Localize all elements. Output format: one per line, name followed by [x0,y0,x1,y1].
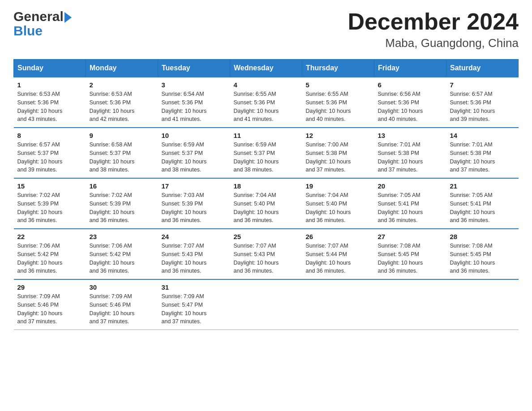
day-number: 19 [306,182,371,190]
column-header-monday: Monday [86,60,158,77]
day-cell: 9Sunrise: 6:58 AMSunset: 5:37 PMDaylight… [86,128,158,178]
day-number: 22 [17,233,82,240]
day-cell: 13Sunrise: 7:01 AMSunset: 5:38 PMDayligh… [374,128,446,178]
day-number: 6 [378,81,443,89]
day-number: 11 [234,132,299,139]
day-cell: 21Sunrise: 7:05 AMSunset: 5:41 PMDayligh… [446,178,519,229]
page-header: General Blue December 2024 Maba, Guangdo… [13,9,519,50]
day-cell: 7Sunrise: 6:57 AMSunset: 5:36 PMDaylight… [446,77,519,128]
day-number: 7 [450,81,515,89]
day-info: Sunrise: 7:09 AMSunset: 5:47 PMDaylight:… [162,292,227,326]
day-info: Sunrise: 6:54 AMSunset: 5:36 PMDaylight:… [162,90,227,124]
day-cell: 10Sunrise: 6:59 AMSunset: 5:37 PMDayligh… [158,128,230,178]
day-number: 17 [162,182,227,190]
day-number: 8 [17,132,82,139]
day-info: Sunrise: 7:04 AMSunset: 5:40 PMDaylight:… [234,191,299,225]
day-number: 9 [90,132,154,139]
logo-arrow-icon [64,12,72,23]
day-cell: 12Sunrise: 7:00 AMSunset: 5:38 PMDayligh… [302,128,374,178]
day-info: Sunrise: 6:58 AMSunset: 5:37 PMDaylight:… [90,141,154,174]
day-info: Sunrise: 7:06 AMSunset: 5:42 PMDaylight:… [90,242,154,275]
day-number: 16 [90,182,154,190]
column-header-friday: Friday [374,60,446,77]
day-number: 3 [162,81,227,89]
day-info: Sunrise: 7:08 AMSunset: 5:45 PMDaylight:… [378,242,443,275]
day-number: 31 [162,283,227,291]
day-info: Sunrise: 7:06 AMSunset: 5:42 PMDaylight:… [17,242,82,275]
day-info: Sunrise: 7:03 AMSunset: 5:39 PMDaylight:… [162,191,227,225]
day-info: Sunrise: 7:07 AMSunset: 5:43 PMDaylight:… [234,242,299,275]
day-cell: 30Sunrise: 7:09 AMSunset: 5:46 PMDayligh… [86,279,158,330]
day-info: Sunrise: 6:55 AMSunset: 5:36 PMDaylight:… [306,90,371,124]
day-info: Sunrise: 6:55 AMSunset: 5:36 PMDaylight:… [234,90,299,124]
day-cell: 19Sunrise: 7:04 AMSunset: 5:40 PMDayligh… [302,178,374,229]
week-row-4: 22Sunrise: 7:06 AMSunset: 5:42 PMDayligh… [14,229,519,279]
title-section: December 2024 Maba, Guangdong, China [348,9,519,50]
day-cell: 23Sunrise: 7:06 AMSunset: 5:42 PMDayligh… [86,229,158,279]
day-info: Sunrise: 7:00 AMSunset: 5:38 PMDaylight:… [306,141,371,174]
day-cell [302,279,374,330]
day-number: 28 [450,233,515,240]
day-info: Sunrise: 6:57 AMSunset: 5:36 PMDaylight:… [450,90,515,124]
location-title: Maba, Guangdong, China [348,36,519,50]
day-number: 26 [306,233,371,240]
day-info: Sunrise: 6:53 AMSunset: 5:36 PMDaylight:… [90,90,154,124]
day-info: Sunrise: 7:08 AMSunset: 5:45 PMDaylight:… [450,242,515,275]
day-info: Sunrise: 7:05 AMSunset: 5:41 PMDaylight:… [378,191,443,225]
day-cell: 16Sunrise: 7:02 AMSunset: 5:39 PMDayligh… [86,178,158,229]
column-header-wednesday: Wednesday [230,60,302,77]
day-info: Sunrise: 7:05 AMSunset: 5:41 PMDaylight:… [450,191,515,225]
day-cell: 17Sunrise: 7:03 AMSunset: 5:39 PMDayligh… [158,178,230,229]
day-info: Sunrise: 7:01 AMSunset: 5:38 PMDaylight:… [450,141,515,174]
day-info: Sunrise: 6:56 AMSunset: 5:36 PMDaylight:… [378,90,443,124]
day-info: Sunrise: 7:09 AMSunset: 5:46 PMDaylight:… [90,292,154,326]
day-cell: 5Sunrise: 6:55 AMSunset: 5:36 PMDaylight… [302,77,374,128]
week-row-2: 8Sunrise: 6:57 AMSunset: 5:37 PMDaylight… [14,128,519,178]
day-number: 15 [17,182,82,190]
day-cell: 20Sunrise: 7:05 AMSunset: 5:41 PMDayligh… [374,178,446,229]
day-info: Sunrise: 6:59 AMSunset: 5:37 PMDaylight:… [234,141,299,174]
day-number: 12 [306,132,371,139]
day-number: 14 [450,132,515,139]
day-cell [374,279,446,330]
day-cell: 6Sunrise: 6:56 AMSunset: 5:36 PMDaylight… [374,77,446,128]
day-info: Sunrise: 6:59 AMSunset: 5:37 PMDaylight:… [162,141,227,174]
day-cell: 25Sunrise: 7:07 AMSunset: 5:43 PMDayligh… [230,229,302,279]
calendar-table: SundayMondayTuesdayWednesdayThursdayFrid… [13,59,519,330]
day-cell: 24Sunrise: 7:07 AMSunset: 5:43 PMDayligh… [158,229,230,279]
day-number: 10 [162,132,227,139]
calendar-header-row: SundayMondayTuesdayWednesdayThursdayFrid… [14,60,519,77]
day-info: Sunrise: 7:02 AMSunset: 5:39 PMDaylight:… [17,191,82,225]
logo-general-text: General [13,9,64,24]
day-cell: 2Sunrise: 6:53 AMSunset: 5:36 PMDaylight… [86,77,158,128]
day-number: 25 [234,233,299,240]
day-number: 30 [90,283,154,291]
column-header-sunday: Sunday [14,60,86,77]
day-cell: 15Sunrise: 7:02 AMSunset: 5:39 PMDayligh… [14,178,86,229]
day-info: Sunrise: 7:09 AMSunset: 5:46 PMDaylight:… [17,292,82,326]
column-header-saturday: Saturday [446,60,519,77]
day-number: 5 [306,81,371,89]
day-cell: 3Sunrise: 6:54 AMSunset: 5:36 PMDaylight… [158,77,230,128]
day-number: 4 [234,81,299,89]
day-number: 21 [450,182,515,190]
day-number: 13 [378,132,443,139]
day-cell: 28Sunrise: 7:08 AMSunset: 5:45 PMDayligh… [446,229,519,279]
week-row-3: 15Sunrise: 7:02 AMSunset: 5:39 PMDayligh… [14,178,519,229]
week-row-1: 1Sunrise: 6:53 AMSunset: 5:36 PMDaylight… [14,77,519,128]
logo-blue-text: Blue [13,23,72,39]
day-info: Sunrise: 7:02 AMSunset: 5:39 PMDaylight:… [90,191,154,225]
day-number: 2 [90,81,154,89]
day-cell [446,279,519,330]
day-cell: 8Sunrise: 6:57 AMSunset: 5:37 PMDaylight… [14,128,86,178]
day-number: 27 [378,233,443,240]
day-cell: 1Sunrise: 6:53 AMSunset: 5:36 PMDaylight… [14,77,86,128]
day-cell: 26Sunrise: 7:07 AMSunset: 5:44 PMDayligh… [302,229,374,279]
month-title: December 2024 [348,9,519,34]
day-number: 1 [17,81,82,89]
day-cell: 27Sunrise: 7:08 AMSunset: 5:45 PMDayligh… [374,229,446,279]
day-cell: 11Sunrise: 6:59 AMSunset: 5:37 PMDayligh… [230,128,302,178]
day-info: Sunrise: 7:07 AMSunset: 5:43 PMDaylight:… [162,242,227,275]
column-header-tuesday: Tuesday [158,60,230,77]
day-cell [230,279,302,330]
